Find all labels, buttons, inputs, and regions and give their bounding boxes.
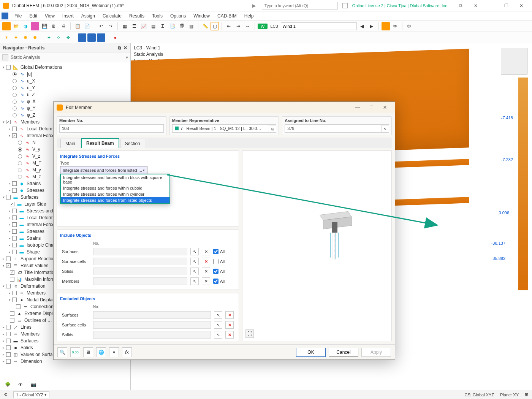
menu-window[interactable]: Window [190,11,214,21]
pick-icon[interactable]: ↖ [214,341,222,341]
save-icon[interactable]: 💾 [40,22,49,30]
dialog-maximize-icon[interactable]: ☐ [364,103,378,112]
globe-icon[interactable]: 🌐 [96,347,106,357]
menu-options[interactable]: Options [166,11,190,21]
pick-icon[interactable]: ↖ [190,248,199,255]
tree-stresses2[interactable]: Stresses [27,229,44,234]
tree-result-vals[interactable]: Result Values [21,263,48,268]
tree-surfaces2[interactable]: Surfaces [21,338,38,344]
list-icon[interactable]: ☰ [130,22,138,30]
menu-results[interactable]: Results [125,11,148,21]
star2-icon[interactable]: ✷ [12,33,20,42]
star4-icon[interactable]: ✹ [31,33,39,42]
tree-phiz[interactable]: φ_Z [27,112,35,118]
stretch-icon[interactable]: ↔ [244,22,252,30]
tree-title-info[interactable]: Title Information [24,270,57,275]
tree-phiy[interactable]: φ_Y [27,106,35,111]
menu-help[interactable]: Help [241,11,258,21]
menu-file[interactable]: File [11,11,25,21]
menu-view[interactable]: View [41,11,59,21]
tree-surfaces[interactable]: Surfaces [21,195,38,200]
open-icon[interactable]: 📂 [12,22,20,30]
save-all-icon[interactable]: 🗎 [50,22,58,30]
member-rep-input[interactable]: 7 - Result Beam | 1 - SQ_M1 12 | L : 30.… [172,124,277,133]
grid-icon[interactable]: ▤ [149,22,157,30]
menu-logo-icon[interactable] [2,13,8,19]
tree-mz[interactable]: M_z [32,174,41,179]
tree-phix[interactable]: φ_X [27,99,35,104]
tab-result-beam[interactable]: Result Beam [81,138,119,149]
maximize-button[interactable]: ❐ [499,0,514,11]
pick-icon[interactable]: ↖ [214,331,222,339]
type-combo[interactable]: Integrate stresses and forces from liste… [60,166,147,174]
calc-icon[interactable]: Σ [158,22,167,30]
tree-layer-side[interactable]: Layer Side [24,201,46,207]
close-panel-icon[interactable]: ✕ [124,45,127,51]
fx-icon[interactable]: fx [122,347,132,357]
nav-data-icon[interactable]: 🌳 [3,381,12,388]
tree-vy[interactable]: V_y [32,147,40,152]
pick-icon[interactable]: ↖ [190,268,199,275]
minimize-button[interactable]: — [483,0,499,11]
inc-members-input[interactable] [93,277,187,285]
square-icon[interactable] [342,3,348,8]
tree-lines[interactable]: Lines [21,325,32,330]
cancel-button[interactable]: Cancel [329,348,358,357]
undo-icon[interactable]: ↶ [97,22,105,30]
menu-cadbim[interactable]: CAD-BIM [214,11,241,21]
menu-calculate[interactable]: Calculate [99,11,125,21]
tree1-icon[interactable]: ✦ [45,33,53,42]
align2-icon[interactable]: ⇥ [234,22,242,30]
tree-int-for2[interactable]: Internal Forces [27,222,57,227]
tree-support[interactable]: Support Reactions [21,256,58,261]
tree-uz[interactable]: u_Z [27,92,35,97]
inc-members-all[interactable] [213,279,218,284]
close-sub-icon[interactable]: ✕ [468,0,483,11]
dd-option-cylinder[interactable]: Integrate stresses and forces within cyl… [61,191,169,197]
tree3-icon[interactable]: ❖ [64,33,72,42]
tree-outlines[interactable]: Outlines of … [24,318,52,323]
dialog-preview[interactable]: ⛶ [242,150,392,341]
pick-icon[interactable]: ↖ [190,277,199,285]
apply-button[interactable]: Apply [361,348,391,357]
table-icon[interactable]: ▦ [120,22,129,30]
clear-icon[interactable]: ✕ [225,331,234,339]
nav-eye-icon[interactable]: 👁 [16,381,25,388]
dialog-minimize-icon[interactable]: — [351,103,364,112]
cube2-icon[interactable] [87,33,96,42]
menu-insert[interactable]: Insert [59,11,78,21]
tree-strains2[interactable]: Strains [27,236,41,241]
exc-members-input[interactable] [93,341,211,341]
line-pick-icon[interactable]: ↖ [382,125,389,133]
tree-n[interactable]: N [32,140,36,145]
dialog-titlebar[interactable]: Edit Member — ☐ ✕ [54,102,395,113]
inc-surfaces-all[interactable] [213,249,218,254]
clear-icon[interactable]: ✕ [202,277,210,285]
analysis-icon[interactable] [2,54,8,60]
clear-icon[interactable]: ✕ [202,268,210,275]
dd-option-block[interactable]: Integrate stresses and forces within blo… [61,174,169,185]
pick-icon[interactable]: ↖ [214,311,222,319]
tree-stresses[interactable]: Stresses [27,188,44,193]
inc-solids-all[interactable] [213,269,218,274]
load-case-combo[interactable] [281,22,357,30]
inc-solids-input[interactable] [93,268,187,275]
inc-cells-all[interactable] [213,259,218,264]
nav-camera-icon[interactable]: 📷 [29,381,38,388]
chart-icon[interactable]: 📈 [139,22,148,30]
tree-strains[interactable]: Strains [27,181,41,186]
view-cube[interactable] [501,48,527,74]
cog-icon[interactable]: ⚙ [405,22,413,30]
tree-my[interactable]: M_y [32,167,41,173]
block-icon[interactable] [31,22,39,30]
clear-icon[interactable]: ✕ [225,321,234,329]
star3-icon[interactable]: ✸ [21,33,30,42]
prev-icon[interactable]: ◀ [358,22,366,30]
report-icon[interactable]: 📑 [168,22,176,30]
result-off-icon[interactable]: 👁 [391,22,399,30]
tab-section[interactable]: Section [120,139,145,148]
preview-tool-icon[interactable]: ⛶ [245,329,254,338]
clear-icon[interactable]: ✕ [202,248,210,255]
dd-option-listed[interactable]: Integrate stresses and forces from liste… [61,197,169,203]
tree-vz[interactable]: V_z [32,154,40,159]
